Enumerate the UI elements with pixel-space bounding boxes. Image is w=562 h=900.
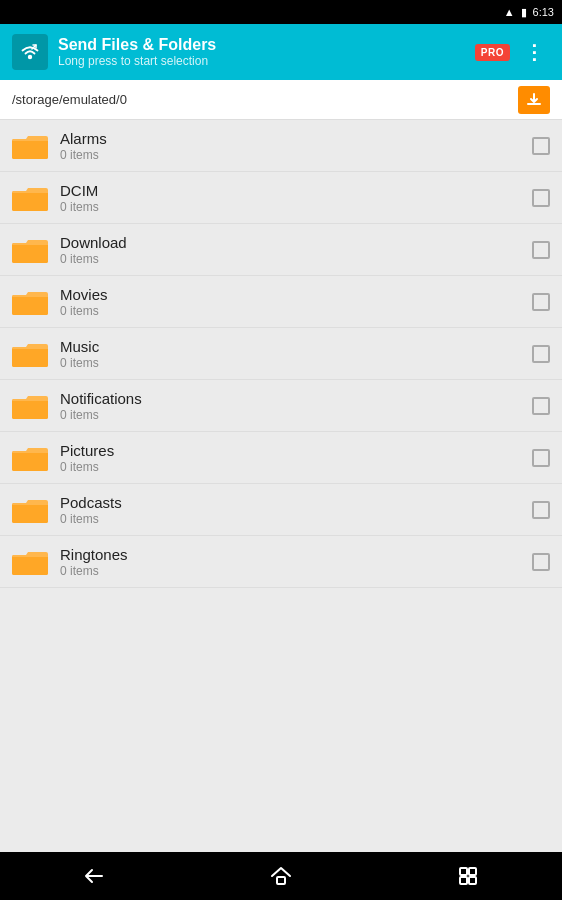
svg-point-0 — [28, 55, 32, 59]
file-info: Download 0 items — [60, 234, 532, 266]
file-info: Music 0 items — [60, 338, 532, 370]
file-meta: 0 items — [60, 356, 532, 370]
app-logo — [12, 34, 48, 70]
file-checkbox[interactable] — [532, 553, 550, 571]
folder-icon — [12, 547, 48, 577]
list-item[interactable]: Download 0 items — [0, 224, 562, 276]
folder-icon — [12, 287, 48, 317]
folder-icon — [12, 495, 48, 525]
folder-icon — [12, 339, 48, 369]
file-checkbox[interactable] — [532, 241, 550, 259]
battery-icon: ▮ — [521, 6, 527, 19]
list-item[interactable]: DCIM 0 items — [0, 172, 562, 224]
file-meta: 0 items — [60, 252, 532, 266]
list-item[interactable]: Pictures 0 items — [0, 432, 562, 484]
menu-button[interactable]: ⋮ — [520, 36, 550, 68]
svg-rect-19 — [12, 557, 48, 575]
folder-icon — [12, 391, 48, 421]
svg-rect-7 — [12, 245, 48, 263]
svg-rect-13 — [12, 401, 48, 419]
toolbar-titles: Send Files & Folders Long press to start… — [58, 36, 465, 68]
file-meta: 0 items — [60, 564, 532, 578]
file-list: Alarms 0 items DCIM 0 items Downlo — [0, 120, 562, 852]
file-name: Download — [60, 234, 532, 251]
file-meta: 0 items — [60, 200, 532, 214]
file-info: Movies 0 items — [60, 286, 532, 318]
svg-rect-23 — [460, 877, 467, 884]
time-display: 6:13 — [533, 6, 554, 18]
file-checkbox[interactable] — [532, 449, 550, 467]
folder-icon — [12, 443, 48, 473]
status-bar: ▲ ▮ 6:13 — [0, 0, 562, 24]
folder-icon — [12, 183, 48, 213]
file-name: Podcasts — [60, 494, 532, 511]
file-meta: 0 items — [60, 460, 532, 474]
download-here-button[interactable] — [518, 86, 550, 114]
file-meta: 0 items — [60, 304, 532, 318]
app-subtitle: Long press to start selection — [58, 54, 465, 68]
folder-icon — [12, 235, 48, 265]
file-info: Notifications 0 items — [60, 390, 532, 422]
file-info: Ringtones 0 items — [60, 546, 532, 578]
home-button[interactable] — [249, 856, 313, 896]
svg-rect-24 — [469, 877, 476, 884]
svg-rect-21 — [460, 868, 467, 875]
file-meta: 0 items — [60, 148, 532, 162]
app-name: Send Files & Folders — [58, 36, 465, 54]
file-name: Alarms — [60, 130, 532, 147]
svg-rect-15 — [12, 453, 48, 471]
file-name: Music — [60, 338, 532, 355]
file-name: Notifications — [60, 390, 532, 407]
list-item[interactable]: Music 0 items — [0, 328, 562, 380]
list-item[interactable]: Ringtones 0 items — [0, 536, 562, 588]
folder-icon — [12, 131, 48, 161]
svg-rect-20 — [277, 877, 285, 884]
toolbar: Send Files & Folders Long press to start… — [0, 24, 562, 80]
path-bar: /storage/emulated/0 — [0, 80, 562, 120]
list-item[interactable]: Alarms 0 items — [0, 120, 562, 172]
file-info: Alarms 0 items — [60, 130, 532, 162]
svg-rect-9 — [12, 297, 48, 315]
recents-button[interactable] — [436, 856, 500, 896]
svg-rect-17 — [12, 505, 48, 523]
list-item[interactable]: Notifications 0 items — [0, 380, 562, 432]
file-checkbox[interactable] — [532, 397, 550, 415]
svg-rect-3 — [12, 141, 48, 159]
file-checkbox[interactable] — [532, 189, 550, 207]
file-checkbox[interactable] — [532, 137, 550, 155]
svg-rect-11 — [12, 349, 48, 367]
file-info: Podcasts 0 items — [60, 494, 532, 526]
signal-icon: ▲ — [504, 6, 515, 18]
pro-badge[interactable]: PRO — [475, 44, 510, 61]
file-name: DCIM — [60, 182, 532, 199]
svg-rect-22 — [469, 868, 476, 875]
file-name: Movies — [60, 286, 532, 303]
current-path: /storage/emulated/0 — [12, 92, 127, 107]
file-info: DCIM 0 items — [60, 182, 532, 214]
file-checkbox[interactable] — [532, 293, 550, 311]
file-name: Ringtones — [60, 546, 532, 563]
svg-rect-5 — [12, 193, 48, 211]
file-meta: 0 items — [60, 512, 532, 526]
file-meta: 0 items — [60, 408, 532, 422]
file-info: Pictures 0 items — [60, 442, 532, 474]
file-checkbox[interactable] — [532, 345, 550, 363]
list-item[interactable]: Podcasts 0 items — [0, 484, 562, 536]
bottom-navigation — [0, 852, 562, 900]
list-item[interactable]: Movies 0 items — [0, 276, 562, 328]
file-name: Pictures — [60, 442, 532, 459]
file-checkbox[interactable] — [532, 501, 550, 519]
back-button[interactable] — [62, 856, 126, 896]
